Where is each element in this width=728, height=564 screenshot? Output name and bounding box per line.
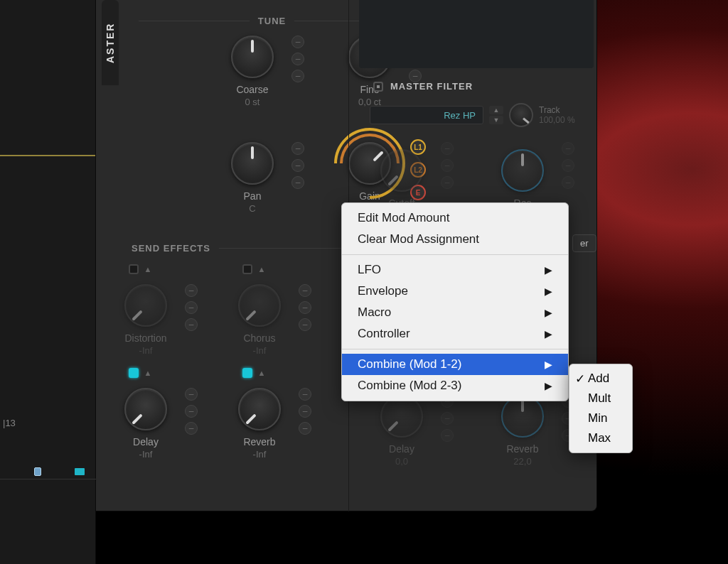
mod-slot[interactable]: [441, 412, 454, 425]
chorus-expand-icon[interactable]: ▲: [257, 264, 267, 274]
master-delay-label: Delay: [389, 443, 414, 455]
distortion-knob-group: Distortion -Inf: [124, 284, 167, 356]
chorus-power-led[interactable]: [242, 264, 252, 274]
reverb-expand-icon[interactable]: ▲: [257, 368, 267, 378]
reverb-knob-group: Reverb -Inf: [238, 388, 281, 460]
filter-type-down[interactable]: ▼: [489, 116, 503, 124]
mod-slot[interactable]: [299, 388, 311, 401]
mod-slot[interactable]: [441, 429, 454, 442]
master-filter-power-led[interactable]: [373, 82, 383, 92]
host-left-panel: |13: [0, 0, 96, 564]
delay-expand-icon[interactable]: ▲: [143, 368, 153, 378]
mod-slot[interactable]: [291, 36, 304, 48]
menu-combine-1-2[interactable]: Combine (Mod 1-2) ▶: [342, 354, 568, 375]
submenu-item-label: Add: [588, 372, 609, 385]
mod-slot[interactable]: [291, 176, 304, 189]
master-reverb-knob-group: Reverb 22,0: [501, 395, 544, 467]
mod-slot[interactable]: [291, 159, 304, 172]
distortion-value: -Inf: [139, 345, 153, 356]
cutoff-knob[interactable]: [380, 149, 423, 192]
menu-item-label: Clear Mod Assignment: [358, 232, 479, 246]
track-value: 100,00 %: [539, 115, 575, 125]
mod-slot[interactable]: [185, 301, 198, 314]
menu-macro[interactable]: Macro ▶: [342, 302, 568, 323]
mod-slot[interactable]: [185, 405, 198, 418]
master-tab[interactable]: ASTER: [102, 0, 119, 85]
submenu-add[interactable]: Add: [569, 369, 632, 389]
master-delay-mod-slots: [441, 395, 454, 442]
distortion-knob[interactable]: [124, 284, 167, 327]
distortion-label: Distortion: [124, 332, 166, 344]
res-knob[interactable]: [501, 149, 544, 192]
delay-label: Delay: [133, 436, 159, 448]
pan-knob[interactable]: [231, 142, 274, 185]
mod-slot[interactable]: [562, 142, 574, 155]
mod-slot[interactable]: [185, 318, 198, 331]
mod-slot[interactable]: [291, 70, 304, 82]
master-filter-header: MASTER FILTER: [359, 81, 473, 92]
filter-type-up[interactable]: ▲: [489, 106, 503, 114]
filter-type-select[interactable]: Rez HP: [370, 106, 483, 124]
master-reverb-label: Reverb: [506, 443, 538, 455]
zoom-bar[interactable]: [0, 470, 95, 473]
mod-slot[interactable]: [185, 422, 198, 435]
submenu-max[interactable]: Max: [569, 428, 632, 448]
mod-slot[interactable]: [441, 159, 454, 172]
browser-button[interactable]: er: [572, 234, 596, 252]
mod-slot[interactable]: [441, 142, 454, 155]
filter-display: [359, 0, 594, 68]
cutoff-mod-slots: [441, 142, 454, 189]
mod-slot[interactable]: [291, 53, 304, 65]
filter-type-stepper: ▲ ▼: [489, 106, 503, 124]
reverb-knob[interactable]: [238, 388, 281, 430]
pan-label: Pan: [244, 190, 262, 202]
chorus-knob-group: Chorus -Inf: [238, 284, 281, 356]
timeline-marker: |13: [3, 418, 16, 428]
delay-knob-group: Delay -Inf: [124, 388, 167, 460]
master-delay-knob[interactable]: [380, 395, 423, 438]
timeline-marker-number: 13: [5, 418, 15, 428]
mod-slot[interactable]: [299, 301, 311, 314]
mod-slot[interactable]: [299, 284, 311, 297]
menu-lfo[interactable]: LFO ▶: [342, 259, 568, 281]
mod-slot[interactable]: [562, 159, 574, 172]
mod-slot[interactable]: [185, 284, 198, 297]
mod-slot[interactable]: [441, 176, 454, 189]
coarse-knob[interactable]: [231, 36, 274, 78]
menu-edit-mod-amount[interactable]: Edit Mod Amount: [342, 207, 568, 229]
menu-item-label: Envelope: [358, 284, 408, 298]
track-knob[interactable]: [509, 103, 533, 127]
mod-slot[interactable]: [185, 388, 198, 401]
delay-power-led[interactable]: [129, 368, 139, 378]
zoom-thumb[interactable]: [34, 467, 41, 476]
submenu-mult[interactable]: Mult: [569, 389, 632, 408]
submenu-item-label: Mult: [588, 391, 611, 405]
submenu-item-label: Min: [588, 411, 607, 425]
submenu-arrow-icon: ▶: [545, 359, 552, 370]
menu-clear-mod-assignment[interactable]: Clear Mod Assignment: [342, 229, 568, 250]
chorus-knob[interactable]: [238, 284, 281, 327]
menu-envelope[interactable]: Envelope ▶: [342, 281, 568, 302]
mod-slot[interactable]: [299, 405, 311, 418]
submenu-min[interactable]: Min: [569, 408, 632, 428]
delay-knob[interactable]: [124, 388, 167, 430]
filter-type-row: Rez HP ▲ ▼ Track 100,00 %: [370, 103, 575, 127]
reverb-power-led[interactable]: [242, 368, 252, 378]
master-delay-knob-group: Delay 0,0: [380, 395, 423, 467]
mod-slot[interactable]: [562, 176, 574, 189]
menu-controller[interactable]: Controller ▶: [342, 323, 568, 345]
menu-combine-2-3[interactable]: Combine (Mod 2-3) ▶: [342, 375, 568, 396]
distortion-expand-icon[interactable]: ▲: [143, 264, 153, 274]
view-toggle[interactable]: [75, 468, 85, 475]
res-mod-slots: [562, 142, 574, 189]
mod-slot[interactable]: [291, 142, 304, 155]
mod-slot[interactable]: [299, 318, 311, 331]
master-reverb-knob[interactable]: [501, 395, 544, 438]
track-label: Track: [539, 105, 575, 115]
playhead-line: [0, 155, 95, 156]
mod-slot[interactable]: [299, 422, 311, 435]
menu-item-label: LFO: [358, 263, 381, 277]
distortion-power-led[interactable]: [129, 264, 139, 274]
submenu-arrow-icon: ▶: [545, 264, 552, 276]
submenu-arrow-icon: ▶: [545, 328, 552, 340]
